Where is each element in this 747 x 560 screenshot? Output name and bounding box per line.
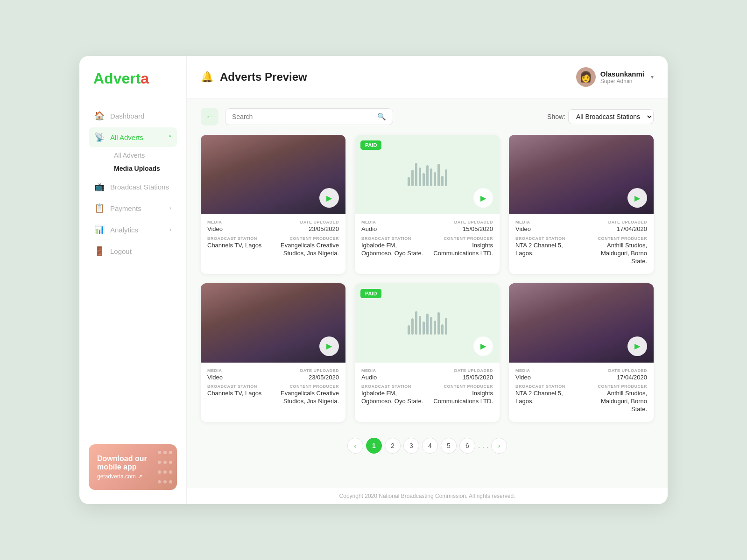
main-content: 🔔 Adverts Preview 👩 Olasunkanmi Super Ad…	[187, 56, 668, 504]
status-badge-4: PAID	[360, 289, 381, 298]
logo: Adverta	[89, 70, 177, 87]
analytics-arrow: ›	[169, 226, 171, 233]
station-label-0: BROADCAST STATION	[207, 236, 271, 241]
page-button-1[interactable]: 1	[366, 438, 382, 454]
media-type-2: Video	[515, 225, 579, 233]
producer-col-4: CONTENT PRODUCER Insights Communications…	[430, 384, 493, 406]
sidebar-nav: 🏠 Dashboard 📡 All Adverts ^ All Adverts …	[89, 106, 177, 263]
media-label-1: MEDIA	[361, 220, 425, 224]
page-button-2[interactable]: 2	[385, 438, 401, 454]
page-button-3[interactable]: 3	[403, 438, 419, 454]
station-value-3: Channels TV, Lagos	[207, 390, 271, 398]
sidebar: Adverta 🏠 Dashboard 📡 All Adverts ^ All …	[79, 56, 187, 504]
station-label-3: BROADCAST STATION	[207, 384, 271, 389]
producer-col-2: CONTENT PRODUCER Anthill Studios, Maidug…	[584, 236, 647, 266]
user-chevron-icon[interactable]: ▾	[651, 74, 654, 80]
media-card-4: PAID ▶ MEDIA Audio DATE UPLOADED 15/05/2…	[355, 283, 500, 422]
page-button-5[interactable]: 5	[441, 438, 457, 454]
search-box: 🔍	[225, 108, 393, 125]
page-dots: . . .	[478, 441, 488, 450]
date-label-0: DATE UPLOADED	[275, 220, 339, 224]
media-label-0: MEDIA	[207, 220, 271, 224]
promo-url: getadverta.com	[97, 473, 136, 480]
media-type-col-0: MEDIA Video	[207, 220, 271, 233]
page-button-6[interactable]: 6	[459, 438, 475, 454]
video-thumb-3: UNPAID ▶	[201, 283, 345, 363]
logo-text: Advert	[93, 70, 141, 87]
search-input[interactable]	[232, 113, 374, 120]
audio-thumb-4: PAID ▶	[355, 283, 500, 363]
sidebar-item-all-adverts[interactable]: 📡 All Adverts ^	[89, 127, 177, 147]
station-col-4: BROADCAST STATION Igbalode FM, Ogbomoso,…	[361, 384, 425, 406]
user-info: 👩 Olasunkanmi Super Admin ▾	[576, 67, 654, 87]
media-card-5: PAID ▶ MEDIA Video DATE UPLOADED 17/04/2…	[509, 283, 654, 422]
sidebar-item-media-uploads[interactable]: Media Uploads	[110, 162, 177, 175]
dashboard-label: Dashboard	[110, 112, 144, 120]
video-thumb-2: PAID ▶	[509, 135, 654, 214]
sidebar-item-dashboard[interactable]: 🏠 Dashboard	[89, 106, 177, 126]
page-button-4[interactable]: 4	[422, 438, 438, 454]
play-button-2[interactable]: ▶	[627, 188, 647, 208]
video-thumb-5: PAID ▶	[509, 283, 654, 363]
payments-arrow: ›	[169, 205, 171, 211]
sidebar-item-logout[interactable]: 🚪 Logout	[89, 241, 177, 261]
play-button-3[interactable]: ▶	[319, 336, 339, 356]
logout-label: Logout	[110, 247, 132, 255]
date-label-2: DATE UPLOADED	[584, 220, 647, 224]
info-row-top-4: MEDIA Audio DATE UPLOADED 15/05/2020	[361, 368, 493, 382]
media-label-3: MEDIA	[207, 368, 271, 373]
search-icon: 🔍	[377, 112, 386, 121]
promo-dots	[158, 449, 172, 485]
info-row-bottom-0: BROADCAST STATION Channels TV, Lagos CON…	[207, 236, 339, 258]
date-label-5: DATE UPLOADED	[584, 368, 647, 373]
media-type-1: Audio	[361, 225, 425, 233]
media-type-col-5: MEDIA Video	[515, 368, 579, 382]
sidebar-item-broadcast[interactable]: 📺 Broadcast Stations	[89, 177, 177, 196]
station-value-2: NTA 2 Channel 5, Lagos.	[515, 242, 579, 258]
station-col-5: BROADCAST STATION NTA 2 Channel 5, Lagos…	[515, 384, 579, 413]
station-label-4: BROADCAST STATION	[361, 384, 425, 389]
promo-card[interactable]: Download our mobile app getadverta.com ↗	[89, 444, 177, 490]
station-col-1: BROADCAST STATION Igbalode FM, Ogbomoso,…	[361, 236, 425, 258]
station-value-4: Igbalode FM, Ogbomoso, Oyo State.	[361, 390, 425, 406]
media-type-4: Audio	[361, 374, 425, 382]
page-header: 🔔 Adverts Preview 👩 Olasunkanmi Super Ad…	[187, 56, 668, 98]
info-row-top-3: MEDIA Video DATE UPLOADED 23/05/2020	[207, 368, 339, 382]
info-row-top-5: MEDIA Video DATE UPLOADED 17/04/2020	[515, 368, 647, 382]
all-adverts-label: All Adverts	[110, 133, 143, 141]
media-label-4: MEDIA	[361, 368, 425, 373]
info-row-top-2: MEDIA Video DATE UPLOADED 17/04/2020	[515, 220, 647, 233]
info-row-bottom-2: BROADCAST STATION NTA 2 Channel 5, Lagos…	[515, 236, 647, 266]
station-label-5: BROADCAST STATION	[515, 384, 579, 389]
producer-col-0: CONTENT PRODUCER Evangelicals Creative S…	[275, 236, 339, 258]
prev-page-button[interactable]: ‹	[347, 438, 363, 454]
broadcast-filter-select[interactable]: All Broadcast Stations	[568, 109, 654, 124]
notification-icon[interactable]: 🔔	[201, 71, 213, 83]
date-col-2: DATE UPLOADED 17/04/2020	[584, 220, 647, 233]
play-button-1[interactable]: ▶	[473, 188, 493, 208]
station-value-0: Channels TV, Lagos	[207, 242, 271, 250]
media-card-2: PAID ▶ MEDIA Video DATE UPLOADED 17/04/2…	[509, 135, 654, 274]
date-value-3: 23/05/2020	[275, 374, 339, 382]
sidebar-item-all-adverts-sub[interactable]: All Adverts	[110, 149, 177, 162]
sidebar-item-payments[interactable]: 📋 Payments ›	[89, 198, 177, 218]
back-button[interactable]: ←	[201, 108, 218, 126]
station-value-5: NTA 2 Channel 5, Lagos.	[515, 390, 579, 406]
play-button-0[interactable]: ▶	[319, 188, 339, 208]
date-value-0: 23/05/2020	[275, 225, 339, 233]
station-value-1: Igbalode FM, Ogbomoso, Oyo State.	[361, 242, 425, 258]
producer-value-1: Insights Communications LTD.	[430, 242, 493, 258]
station-col-2: BROADCAST STATION NTA 2 Channel 5, Lagos…	[515, 236, 579, 266]
media-grid: UNPAID ▶ MEDIA Video DATE UPLOADED 23/05…	[201, 135, 654, 422]
producer-label-0: CONTENT PRODUCER	[275, 236, 339, 241]
sidebar-item-analytics[interactable]: 📊 Analytics ›	[89, 220, 177, 239]
station-col-3: BROADCAST STATION Channels TV, Lagos	[207, 384, 271, 406]
media-type-col-3: MEDIA Video	[207, 368, 271, 382]
play-button-4[interactable]: ▶	[473, 336, 493, 356]
play-button-5[interactable]: ▶	[627, 336, 647, 356]
payments-icon: 📋	[94, 203, 105, 213]
toolbar: ← 🔍 Show: All Broadcast Stations	[201, 108, 654, 126]
next-page-button[interactable]: ›	[491, 438, 507, 454]
station-label-2: BROADCAST STATION	[515, 236, 579, 241]
producer-label-4: CONTENT PRODUCER	[430, 384, 493, 389]
